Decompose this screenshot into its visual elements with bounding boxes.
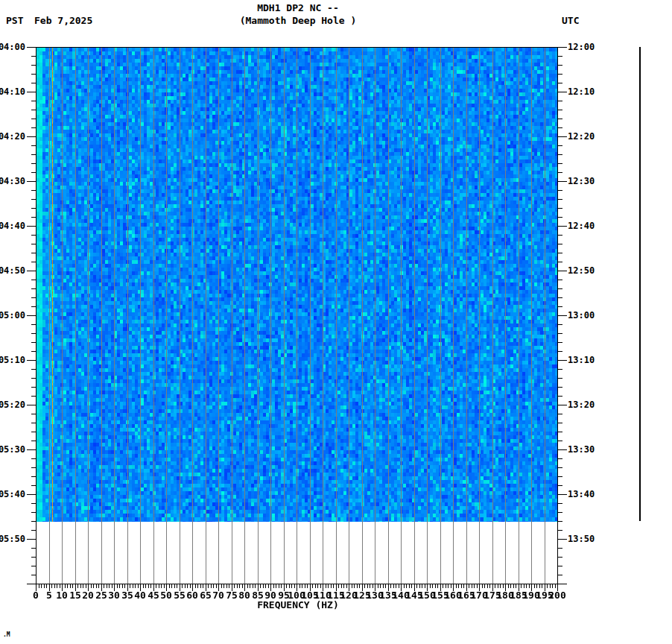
freq-minor-tick-103hz [305, 584, 305, 588]
left-minor-tick-16min [31, 119, 36, 119]
pst-time-label-0420: 04:20 [0, 132, 25, 141]
freq-minor-tick-136hz [390, 584, 391, 588]
right-major-tick-10min [558, 92, 567, 92]
freq-minor-tick-118hz [343, 584, 344, 588]
freq-minor-tick-137hz [393, 584, 394, 588]
freq-minor-tick-88hz [265, 584, 266, 588]
freq-minor-tick-34hz [124, 584, 125, 588]
right-minor-tick-52min [558, 280, 562, 280]
right-minor-tick-106min [558, 521, 562, 522]
freq-minor-tick-46hz [156, 584, 156, 588]
freq-minor-tick-81hz [247, 584, 248, 588]
left-major-tick-50min [27, 271, 36, 271]
freq-minor-tick-186hz [521, 584, 522, 588]
freq-minor-tick-31hz [117, 584, 118, 588]
freq-minor-tick-22hz [93, 584, 94, 588]
freq-minor-tick-128hz [370, 584, 370, 588]
right-major-tick-120min [558, 584, 567, 584]
right-minor-tick-22min [558, 145, 562, 146]
freq-minor-tick-143hz [409, 584, 410, 588]
left-minor-tick-84min [31, 423, 36, 423]
left-minor-tick-82min [31, 414, 36, 414]
right-major-tick-20min [558, 136, 567, 137]
left-minor-tick-42min [31, 235, 36, 236]
left-minor-tick-48min [31, 262, 36, 262]
right-minor-tick-102min [558, 503, 562, 504]
freq-minor-tick-122hz [354, 584, 355, 588]
pst-time-label-0510: 05:10 [0, 356, 25, 364]
freq-minor-tick-7hz [54, 584, 55, 588]
left-minor-tick-98min [31, 485, 36, 486]
right-minor-tick-86min [558, 432, 562, 432]
freq-minor-tick-193hz [539, 584, 540, 588]
left-minor-tick-112min [31, 548, 36, 549]
freq-minor-tick-192hz [536, 584, 537, 588]
freq-minor-tick-84hz [255, 584, 256, 588]
freq-minor-tick-124hz [359, 584, 360, 588]
amplitude-trace-line [639, 47, 641, 521]
freq-gridline-165hz [466, 48, 467, 584]
freq-minor-tick-158hz [448, 584, 448, 588]
freq-minor-tick-149hz [425, 584, 425, 588]
right-minor-tick-72min [558, 369, 562, 370]
left-minor-tick-24min [31, 154, 36, 155]
freq-gridline-40hz [140, 48, 141, 584]
left-minor-tick-32min [31, 190, 36, 191]
right-major-tick-100min [558, 494, 567, 495]
freq-minor-tick-197hz [550, 584, 551, 588]
freq-minor-tick-9hz [60, 584, 60, 588]
left-minor-tick-116min [31, 566, 36, 566]
right-minor-tick-114min [558, 557, 562, 558]
utc-time-label-1220: 12:20 [568, 132, 595, 141]
freq-minor-tick-184hz [516, 584, 516, 588]
freq-gridline-55hz [180, 48, 180, 584]
freq-gridline-10hz [62, 48, 63, 584]
freq-minor-tick-177hz [498, 584, 498, 588]
left-minor-tick-12min [31, 101, 36, 101]
timezone-left-label: PST [6, 15, 23, 26]
left-minor-tick-76min [31, 387, 36, 388]
freq-gridline-100hz [297, 48, 297, 584]
freq-gridline-75hz [232, 48, 232, 584]
right-minor-tick-112min [558, 548, 562, 549]
freq-minor-tick-48hz [161, 584, 162, 588]
freq-gridline-20hz [88, 48, 89, 584]
freq-gridline-30hz [114, 48, 115, 584]
left-major-tick-30min [27, 181, 36, 182]
freq-minor-tick-134hz [385, 584, 386, 588]
freq-minor-tick-33hz [122, 584, 123, 588]
left-minor-tick-28min [31, 172, 36, 173]
freq-gridline-65hz [206, 48, 206, 584]
freq-gridline-150hz [427, 48, 428, 584]
freq-gridline-80hz [244, 48, 245, 584]
left-minor-tick-102min [31, 503, 36, 504]
freq-minor-tick-182hz [510, 584, 511, 588]
freq-gridline-145hz [414, 48, 415, 584]
right-minor-tick-76min [558, 387, 562, 388]
right-minor-tick-12min [558, 101, 562, 101]
right-major-tick-70min [558, 360, 567, 361]
freq-minor-tick-189hz [529, 584, 530, 588]
freq-minor-tick-6hz [51, 584, 52, 588]
freq-minor-tick-107hz [315, 584, 316, 588]
right-minor-tick-104min [558, 512, 562, 513]
freq-gridline-15hz [75, 48, 76, 584]
left-minor-tick-92min [31, 458, 36, 459]
right-major-tick-30min [558, 181, 567, 182]
right-minor-tick-118min [558, 575, 562, 575]
left-minor-tick-38min [31, 217, 36, 218]
freq-minor-tick-66hz [208, 584, 209, 588]
left-major-tick-20min [27, 136, 36, 137]
pst-time-label-0400: 04:00 [0, 42, 25, 51]
left-minor-tick-78min [31, 396, 36, 397]
left-major-tick-80min [27, 405, 36, 405]
freq-minor-tick-64hz [203, 584, 203, 588]
freq-minor-tick-24hz [98, 584, 99, 588]
left-minor-tick-104min [31, 512, 36, 513]
freq-minor-tick-104hz [307, 584, 308, 588]
freq-minor-tick-178hz [500, 584, 501, 588]
left-minor-tick-14min [31, 110, 36, 110]
freq-minor-tick-83hz [253, 584, 253, 588]
freq-minor-tick-3hz [44, 584, 45, 588]
left-major-tick-40min [27, 226, 36, 227]
